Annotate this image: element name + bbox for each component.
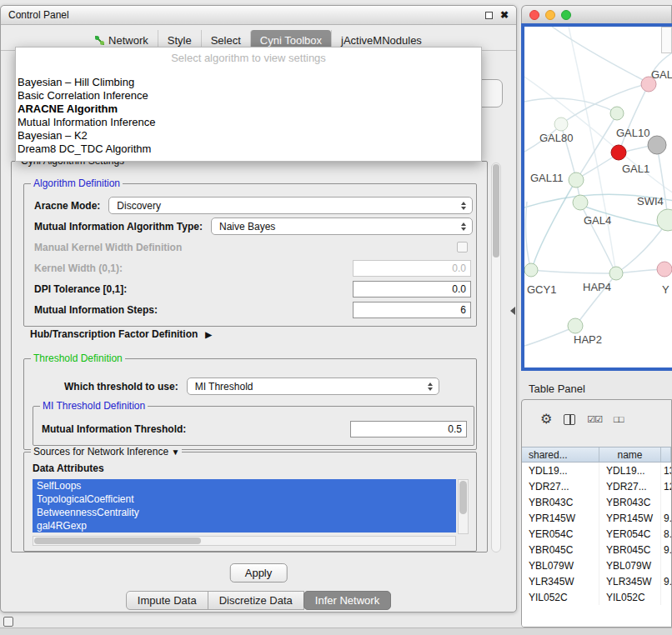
dropdown-item-aracne-algorithm[interactable]: ARACNE Algorithm [16,102,481,116]
table-cell: YBR043C [599,494,661,510]
network-node-hap2[interactable] [568,318,583,333]
hub-transcription-factor-section[interactable]: Hub/Transcription Factor Definition ▶ [30,328,212,340]
table-row[interactable]: YLR345WYLR345W9. [522,573,671,589]
bottom-scrollbar[interactable] [0,628,672,635]
table-cell: YDR27... [522,478,599,494]
algorithm-definition-title: Algorithm Definition [31,178,123,189]
table-row[interactable]: YDR27...YDR27...12 [522,478,671,494]
sources-title-text: Sources for Network Inference [33,446,168,458]
which-threshold-row: Which threshold to use: MI Threshold [64,378,471,395]
network-canvas[interactable]: GALGAL80GAL10GAL1GAL11SWI4GAL4GCY1HAP4YH… [521,23,672,371]
network-node-gal10[interactable] [611,145,626,160]
network-window-titlebar[interactable] [521,5,672,23]
dropdown-item-dream8-dc-tdc-algorithm[interactable]: Dream8 DC_TDC Algorithm [16,142,481,156]
minimized-panel-icon[interactable] [3,617,13,627]
attributes-list-horizontal-scrollbar[interactable] [33,536,456,546]
mi-algorithm-type-select[interactable]: Naive Bayes [211,218,473,235]
attributes-list-vertical-scrollbar[interactable] [458,479,469,534]
table-row[interactable]: YBL079WYBL079W [522,558,671,573]
table-cell: 8. [661,526,671,542]
table-row[interactable]: YBR045CYBR045C9. [522,542,671,558]
attribute-item-selfloops[interactable]: SelfLoops [33,479,456,492]
network-edge[interactable] [532,180,576,269]
panel-divider-handle[interactable] [510,307,515,315]
aracne-mode-select[interactable]: Discovery [108,197,473,214]
expanded-arrow-icon[interactable]: ▼ [171,448,179,457]
mi-steps-label: Mutual Information Steps: [34,304,158,316]
network-node-label-swi4: SWI4 [637,195,664,208]
sources-group-title[interactable]: Sources for Network Inference ▼ [31,446,182,458]
network-node-swi4[interactable] [657,209,672,231]
bottom-tab-impute-data[interactable]: Impute Data [126,591,208,610]
table-cell: YBR045C [522,542,599,558]
manual-kernel-checkbox[interactable] [457,242,468,252]
network-node-gal1[interactable] [648,136,666,154]
which-threshold-select[interactable]: MI Threshold [187,378,439,395]
control-panel-titlebar[interactable]: Control Panel ✖ [1,6,516,25]
dropdown-item-basic-correlation-inference[interactable]: Basic Correlation Inference [16,89,481,102]
collapsed-arrow-icon[interactable]: ▶ [205,330,212,339]
network-node-gal4[interactable] [573,195,588,210]
dropdown-item-bayesian-k2[interactable]: Bayesian – K2 [16,129,481,142]
network-edge[interactable] [526,202,531,270]
attribute-item-topologicalcoefficient[interactable]: TopologicalCoefficient [33,492,456,506]
attribute-item-betweennesscentrality[interactable]: BetweennessCentrality [33,506,456,519]
network-scrollbar-fragment[interactable] [661,27,672,53]
columns-icon[interactable] [564,414,575,425]
table-row[interactable]: YER054CYER054C8. [522,526,671,542]
combo-arrows-icon [428,382,433,391]
float-panel-icon[interactable] [485,12,493,19]
settings-vertical-scrollbar[interactable] [491,162,501,552]
dpi-tolerance-input[interactable]: 0.0 [353,281,471,298]
network-edge[interactable] [562,83,649,123]
zoom-window-icon[interactable] [561,10,571,20]
table-row[interactable]: YPR145WYPR145W9. [522,510,671,526]
minimize-window-icon[interactable] [545,10,555,20]
network-edge[interactable] [524,327,575,346]
mi-threshold-input[interactable]: 0.5 [350,421,467,438]
table-row[interactable]: YBR043CYBR043C [522,494,671,510]
table-column-header-shared[interactable]: shared... [522,448,599,462]
tab-label: Select [211,34,241,47]
table-column-header-name[interactable]: name [599,448,661,462]
table-cell: YPR145W [599,510,661,526]
close-panel-icon[interactable]: ✖ [500,9,509,21]
network-node-gal11[interactable] [569,172,584,188]
mi-steps-input[interactable]: 6 [353,302,471,318]
cyni-algorithm-settings-group: Cyni Algorithm Settings Algorithm Defini… [11,161,488,552]
dropdown-item-bayesian-hill-climbing[interactable]: Bayesian – Hill Climbing [16,76,481,89]
network-edge[interactable] [619,84,649,152]
table-row[interactable]: YIL052CYIL052C [522,589,671,605]
network-node-y[interactable] [657,262,672,277]
network-edge[interactable] [569,27,616,273]
gear-icon[interactable]: ⚙ [540,412,552,426]
network-node-gal80[interactable] [554,118,568,131]
algorithm-dropdown-popup: Select algorithm to view settings Bayesi… [15,47,482,162]
attribute-item-gal4rgexp[interactable]: gal4RGexp [33,519,456,532]
network-node[interactable] [610,107,624,120]
network-edge[interactable] [616,269,664,273]
close-window-icon[interactable] [529,10,539,20]
network-node-label-gal11: GAL11 [530,172,564,184]
dropdown-item-mutual-information-inference[interactable]: Mutual Information Inference [16,116,481,129]
network-edge[interactable] [532,270,615,273]
network-tab-icon [95,36,104,45]
table-cell: YDL19... [522,462,599,478]
which-threshold-value: MI Threshold [195,381,253,392]
table-cell: YBL079W [599,558,661,573]
network-node-hap4[interactable] [609,267,623,280]
kernel-width-input[interactable]: 0.0 [353,260,471,277]
table-column-header-col-2[interactable] [661,448,671,462]
network-edge[interactable] [552,27,648,82]
deselect-all-checkboxes-icon[interactable]: □□ [614,414,623,424]
bottom-tab-infer-network[interactable]: Infer Network [303,591,391,610]
manual-kernel-row: Manual Kernel Width Definition [34,238,473,256]
table-row[interactable]: YDL19...YDL19...13 [522,462,671,478]
network-edge[interactable] [577,114,617,179]
bottom-tab-discretize-data[interactable]: Discretize Data [208,591,304,610]
table-cell: YBR045C [599,542,661,558]
apply-button[interactable]: Apply [230,563,288,582]
network-graph[interactable]: GALGAL80GAL10GAL1GAL11SWI4GAL4GCY1HAP4YH… [524,27,672,368]
network-node-gcy1[interactable] [524,263,538,277]
select-all-checkboxes-icon[interactable]: ☑☑ [587,414,602,425]
